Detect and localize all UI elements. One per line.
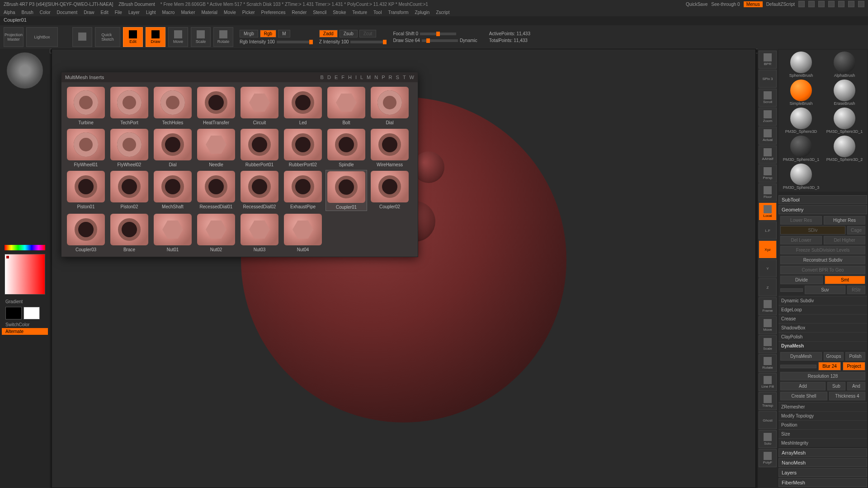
insert-heattransfer[interactable]: HeatTransfer <box>195 86 237 126</box>
alternate-button[interactable]: Alternate <box>2 328 48 335</box>
persp-button[interactable]: Persp <box>759 164 777 183</box>
brush-simplebrush[interactable]: SimpleBrush <box>780 80 822 106</box>
groups-button[interactable]: Groups <box>824 352 844 361</box>
actual-button[interactable]: Actual <box>759 127 777 145</box>
menu-file[interactable]: File <box>115 10 122 15</box>
frame-button[interactable]: Frame <box>759 297 777 315</box>
insert-techholes[interactable]: TechHoles <box>152 86 193 126</box>
menu-render[interactable]: Render <box>292 10 307 15</box>
insert-coupler02[interactable]: Coupler02 <box>369 170 410 211</box>
dynamesh-button[interactable]: DynaMesh <box>780 352 822 361</box>
insert-dial[interactable]: Dial <box>152 128 193 168</box>
quicksave[interactable]: QuickSave <box>686 2 708 7</box>
menu-picker[interactable]: Picker <box>242 10 255 15</box>
insert-dial[interactable]: Dial <box>369 86 410 126</box>
higher-res-button[interactable]: Higher Res <box>824 216 865 225</box>
scale-button[interactable]: Scale <box>191 27 211 47</box>
sdiv-slider[interactable]: SDiv <box>780 226 845 235</box>
menu-preferences[interactable]: Preferences <box>261 10 286 15</box>
nanomesh-section[interactable]: NanoMesh <box>778 458 867 467</box>
brush-pm3d-3[interactable]: PM3D_Sphere3D_1 <box>780 136 822 162</box>
dynamesh-section[interactable]: DynaMesh <box>778 341 867 350</box>
lower-res-button[interactable]: Lower Res <box>780 216 822 225</box>
insert-piston02[interactable]: Piston02 <box>108 170 150 211</box>
menu-stroke[interactable]: Stroke <box>333 10 346 15</box>
fibermesh-section[interactable]: FiberMesh <box>778 478 867 487</box>
dynamic-subdiv-section[interactable]: Dynamic Subdiv <box>778 296 867 305</box>
switchcolor-button[interactable]: SwitchColor <box>2 321 48 328</box>
smt-button[interactable]: Smt <box>825 276 865 284</box>
blur-slider[interactable]: Blur 24 <box>818 362 841 371</box>
insert-led[interactable]: Led <box>282 86 324 126</box>
scroll-button[interactable]: Scroll <box>759 89 777 107</box>
brush-erasebrush[interactable]: EraseBrush <box>824 80 865 106</box>
xyz-button[interactable]: Xyz <box>759 240 777 258</box>
create-shell-button[interactable]: Create Shell <box>780 392 827 400</box>
zsub-button[interactable]: Zsub <box>340 30 358 38</box>
resolution-slider[interactable]: Resolution 128 <box>780 372 865 380</box>
swatch-white[interactable] <box>24 307 40 319</box>
projection-master-button[interactable]: Projection Master <box>4 27 24 47</box>
filter-letter[interactable]: H <box>348 75 352 80</box>
minimize-button[interactable] <box>838 1 844 7</box>
y-button[interactable]: Y <box>759 259 777 277</box>
insert-circuit[interactable]: Circuit <box>239 86 280 126</box>
transp-button[interactable]: Transp <box>759 392 777 410</box>
scale-tool-button[interactable]: Scale <box>759 335 777 353</box>
shadowbox-section[interactable]: ShadowBox <box>778 323 867 332</box>
insert-wireharness[interactable]: WireHarness <box>369 128 410 168</box>
seethrough[interactable]: See-through 0 <box>711 2 740 7</box>
convert-bpr-button[interactable]: Convert BPR To Geo <box>780 266 865 274</box>
arraymesh-section[interactable]: ArrayMesh <box>778 448 867 457</box>
position-section[interactable]: Position <box>778 420 867 429</box>
reconstruct-subdiv-button[interactable]: Reconstruct Subdiv <box>780 256 865 264</box>
rstr-button[interactable]: RStr <box>847 286 865 294</box>
z-button[interactable]: Z <box>759 278 777 296</box>
insert-techport[interactable]: TechPort <box>108 86 150 126</box>
edit-button[interactable]: Edit <box>123 27 143 47</box>
menu-zscript[interactable]: Zscript <box>436 10 449 15</box>
cage-button[interactable]: Cage <box>847 226 865 235</box>
menu-document[interactable]: Document <box>57 10 78 15</box>
zremesher-section[interactable]: ZRemesher <box>778 402 867 411</box>
insert-coupler01[interactable]: Coupler01 <box>326 170 367 211</box>
filter-letter[interactable]: P <box>382 75 385 80</box>
insert-flywheel01[interactable]: FlyWheel01 <box>65 128 107 168</box>
insert-nut04[interactable]: Nut04 <box>282 213 324 253</box>
filter-letter[interactable]: R <box>389 75 392 80</box>
menu-stencil[interactable]: Stencil <box>313 10 326 15</box>
insert-coupler03[interactable]: Coupler03 <box>65 213 107 253</box>
close-button[interactable] <box>858 1 864 7</box>
menu-texture[interactable]: Texture <box>352 10 367 15</box>
menu-color[interactable]: Color <box>40 10 51 15</box>
geometry-section[interactable]: Geometry <box>778 205 867 214</box>
project-button[interactable]: Project <box>843 362 865 371</box>
menu-material[interactable]: Material <box>202 10 218 15</box>
zoom-button[interactable]: Zoom <box>759 108 777 126</box>
filter-letter[interactable]: F <box>341 75 344 80</box>
and-button[interactable]: And <box>847 382 865 390</box>
swatch-black[interactable] <box>5 307 22 319</box>
rgb-button[interactable]: Rgb <box>260 30 276 38</box>
insert-nut02[interactable]: Nut02 <box>195 213 237 253</box>
quicksketch-label[interactable]: Quick Sketch <box>95 27 120 47</box>
menu-marker[interactable]: Marker <box>181 10 195 15</box>
window-btn-2[interactable] <box>808 1 815 7</box>
brush-pm3d-5[interactable]: PM3D_Sphere3D_3 <box>780 164 822 190</box>
window-btn-4[interactable] <box>828 1 835 7</box>
focal-shift-slider[interactable] <box>420 33 456 35</box>
filter-letter[interactable]: T <box>403 75 406 80</box>
dynamic-label[interactable]: Dynamic <box>460 38 477 43</box>
insert-piston01[interactable]: Piston01 <box>65 170 107 211</box>
mrgb-button[interactable]: Mrgb <box>240 30 258 38</box>
ghost-button[interactable]: Ghost <box>759 411 777 429</box>
hue-bar[interactable] <box>5 245 45 250</box>
quicksketch-button[interactable] <box>72 27 92 47</box>
filter-letter[interactable]: W <box>410 75 414 80</box>
lf-button[interactable]: L.F <box>759 221 777 239</box>
insert-spindle[interactable]: Spindle <box>326 128 367 168</box>
insert-mechshaft[interactable]: MechShaft <box>152 170 193 211</box>
window-btn-3[interactable] <box>818 1 825 7</box>
rotate-tool-button[interactable]: Rotate <box>759 354 777 372</box>
modify-topology-section[interactable]: Modify Topology <box>778 411 867 420</box>
